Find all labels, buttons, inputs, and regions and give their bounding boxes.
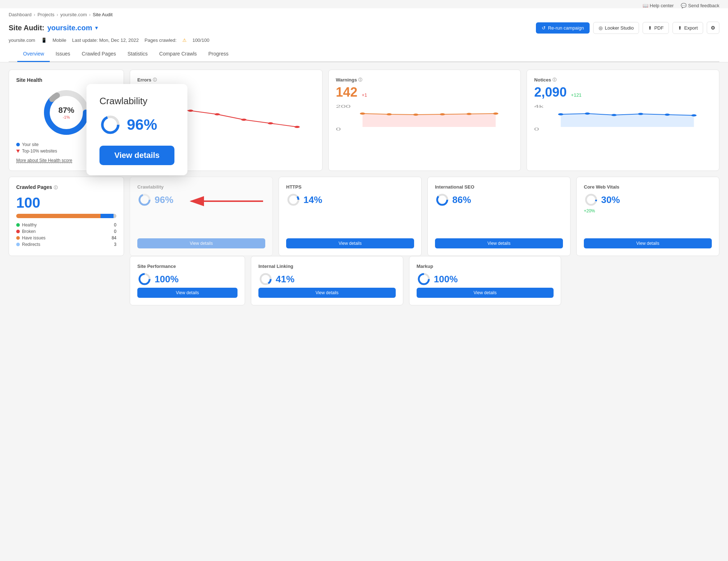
cwv-card: Core Web Vitals 30% +20% View details: [576, 177, 719, 256]
popup-percent: 96%: [127, 116, 157, 133]
breadcrumb: Dashboard › Projects › yoursite.com › Si…: [9, 8, 719, 19]
warnings-delta: +1: [362, 92, 367, 98]
popup-card-container: Crawlability 96% View details: [86, 84, 187, 175]
notices-chart: 4k 0: [534, 103, 712, 132]
svg-point-19: [493, 112, 498, 115]
page-title-container: Site Audit: yoursite.com ▾: [9, 24, 98, 32]
breadcrumb-projects[interactable]: Projects: [37, 12, 54, 17]
svg-marker-22: [561, 114, 694, 127]
intl-seo-card: International SEO 86% View details: [427, 177, 571, 256]
meta-row: yoursite.com 📱 Mobile Last update: Mon, …: [9, 36, 719, 47]
bar-other: [114, 214, 116, 218]
warning-icon: ⚠: [182, 37, 187, 43]
markup-score-row: 100%: [417, 272, 554, 286]
send-feedback-link[interactable]: 💬 Send feedback: [681, 3, 719, 8]
chevron-down-icon[interactable]: ▾: [95, 25, 98, 31]
notices-info-icon[interactable]: ⓘ: [552, 77, 556, 83]
svg-point-28: [691, 114, 697, 116]
warnings-value: 142: [336, 85, 358, 100]
have-issues-value: 84: [112, 235, 116, 240]
crawlability-percent: 96%: [155, 194, 173, 206]
markup-ring: [417, 272, 431, 286]
rerun-campaign-button[interactable]: ↺ Re-run campaign: [536, 22, 590, 34]
nav-tabs: Overview Issues Crawled Pages Statistics…: [9, 47, 719, 62]
crawlability-ring: [137, 193, 152, 207]
your-site-dot: [16, 143, 20, 146]
cwv-ring: [584, 193, 598, 207]
crawlability-label: Crawlability: [137, 184, 265, 190]
help-center-label: Help center: [650, 3, 674, 8]
tab-statistics[interactable]: Statistics: [122, 47, 154, 62]
internal-linking-view-details[interactable]: View details: [258, 288, 396, 298]
warnings-label: Warnings ⓘ: [336, 77, 514, 83]
tab-issues[interactable]: Issues: [50, 47, 76, 62]
internal-linking-percent: 41%: [276, 274, 294, 285]
crawlability-popup: Crawlability 96% View details: [86, 84, 187, 175]
cwv-delta: +20%: [584, 208, 712, 213]
warnings-card: Warnings ⓘ 142 +1 200 0: [328, 70, 521, 171]
breadcrumb-current: Site Audit: [93, 12, 112, 17]
broken-value: 0: [114, 229, 116, 234]
main-content: Site Health 87% -1% Your site 8: [0, 62, 728, 313]
svg-point-6: [188, 110, 193, 112]
svg-point-16: [413, 114, 418, 116]
breadcrumb-site[interactable]: yoursite.com: [60, 12, 87, 17]
errors-label: Errors ⓘ: [137, 77, 315, 83]
svg-point-31: [288, 195, 298, 205]
crawlability-view-details[interactable]: View details: [137, 238, 265, 248]
cwv-view-details[interactable]: View details: [584, 238, 712, 248]
https-view-details[interactable]: View details: [286, 238, 414, 248]
help-center-link[interactable]: 📖 Help center: [643, 3, 674, 8]
svg-text:200: 200: [336, 105, 351, 109]
meta-device: Mobile: [53, 37, 66, 43]
top10-dot: [16, 150, 20, 153]
svg-point-27: [665, 114, 670, 116]
markup-percent: 100%: [434, 274, 458, 285]
crawled-info-icon[interactable]: ⓘ: [54, 185, 58, 190]
notices-value: 2,090: [534, 85, 567, 100]
crawl-legend-healthy: Healthy 0: [16, 222, 116, 228]
crawled-pages-card: Crawled Pages ⓘ 100 Healthy 0 Broken 0: [9, 177, 124, 256]
meta-site: yoursite.com: [9, 37, 35, 43]
svg-point-15: [386, 113, 392, 115]
site-perf-view-details[interactable]: View details: [137, 288, 238, 298]
have-issues-label: Have issues: [22, 235, 110, 240]
top10-label[interactable]: Top-10% websites: [22, 149, 57, 154]
site-health-delta: -1%: [58, 115, 74, 119]
https-card: HTTPS 14% View details: [279, 177, 422, 256]
warnings-info-icon[interactable]: ⓘ: [358, 77, 362, 83]
your-site-label: Your site: [22, 142, 39, 147]
crawl-legend-have-issues: Have issues 84: [16, 235, 116, 240]
page-title: Site Audit:: [9, 24, 44, 32]
crawl-legend: Healthy 0 Broken 0 Have issues 84 Redire…: [16, 222, 116, 247]
tab-progress[interactable]: Progress: [203, 47, 234, 62]
crawled-pages-value: 100: [16, 195, 116, 211]
site-name[interactable]: yoursite.com: [47, 24, 92, 32]
more-about-score-link[interactable]: More about Site Health score: [16, 158, 72, 163]
svg-point-14: [360, 112, 365, 115]
looker-icon: ◎: [599, 25, 603, 31]
pdf-button[interactable]: ⬆ PDF: [643, 22, 669, 34]
export-button[interactable]: ⬆ Export: [672, 22, 703, 34]
tab-overview[interactable]: Overview: [17, 47, 50, 62]
markup-label: Markup: [417, 264, 554, 269]
crawled-bar: [16, 214, 116, 218]
breadcrumb-dashboard[interactable]: Dashboard: [9, 12, 32, 17]
tab-crawled-pages[interactable]: Crawled Pages: [76, 47, 122, 62]
healthy-dot: [16, 223, 20, 227]
markup-view-details[interactable]: View details: [417, 288, 554, 298]
sep1: ›: [34, 12, 35, 17]
popup-view-details-button[interactable]: View details: [99, 146, 174, 165]
rerun-label: Re-run campaign: [548, 25, 584, 31]
intl-seo-view-details[interactable]: View details: [435, 238, 563, 248]
svg-point-25: [612, 114, 617, 116]
svg-marker-13: [363, 114, 496, 127]
sep3: ›: [89, 12, 90, 17]
errors-info-icon[interactable]: ⓘ: [153, 77, 157, 83]
looker-studio-button[interactable]: ◎ Looker Studio: [593, 22, 639, 34]
settings-button[interactable]: ⚙: [707, 22, 719, 34]
tab-compare-crawls[interactable]: Compare Crawls: [154, 47, 203, 62]
site-perf-percent: 100%: [155, 274, 179, 285]
svg-point-35: [586, 195, 596, 205]
notices-label: Notices ⓘ: [534, 77, 712, 83]
